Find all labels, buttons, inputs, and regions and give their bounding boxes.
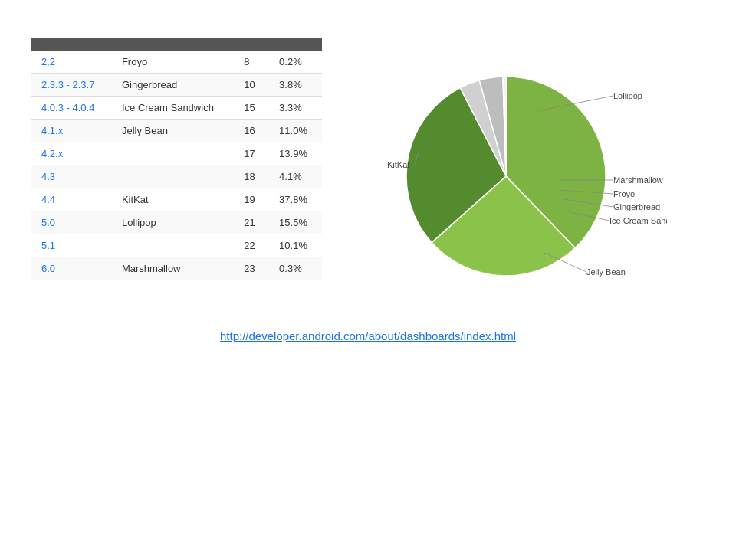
- page: 2.2 Froyo 8 0.2% 2.3.3 - 2.3.7 Gingerbre…: [0, 0, 736, 366]
- cell-api: 22: [233, 234, 268, 257]
- cell-version: 4.0.3 - 4.0.4: [31, 97, 111, 120]
- table-row: 4.4 KitKat 19 37.8%: [31, 188, 322, 211]
- cell-distribution: 37.8%: [268, 188, 322, 211]
- content-area: 2.2 Froyo 8 0.2% 2.3.3 - 2.3.7 Gingerbre…: [31, 38, 705, 306]
- table-row: 4.3 18 4.1%: [31, 165, 322, 188]
- table-row: 5.0 Lollipop 21 15.5%: [31, 211, 322, 234]
- chart-label-marshmallow: Marshmallow: [613, 175, 663, 185]
- cell-distribution: 3.8%: [268, 74, 322, 97]
- cell-version: 4.4: [31, 188, 111, 211]
- cell-api: 23: [233, 257, 268, 280]
- table-row: 4.2.x 17 13.9%: [31, 142, 322, 165]
- cell-distribution: 4.1%: [268, 165, 322, 188]
- cell-codename: [111, 142, 233, 165]
- table-row: 2.3.3 - 2.3.7 Gingerbread 10 3.8%: [31, 74, 322, 97]
- cell-version: 5.0: [31, 211, 111, 234]
- table-row: 5.1 22 10.1%: [31, 234, 322, 257]
- header-api: [233, 38, 268, 51]
- chart-label-ice-cream-sandwich: Ice Cream Sandwich: [610, 216, 667, 225]
- cell-codename: Jelly Bean: [111, 120, 233, 142]
- cell-distribution: 0.3%: [268, 257, 322, 280]
- table-row: 2.2 Froyo 8 0.2%: [31, 51, 322, 74]
- cell-distribution: 0.2%: [268, 51, 322, 74]
- header-distribution: [268, 38, 322, 51]
- cell-version: 6.0: [31, 257, 111, 280]
- cell-api: 8: [233, 51, 268, 74]
- cell-codename: Lollipop: [111, 211, 233, 234]
- cell-api: 10: [233, 74, 268, 97]
- cell-distribution: 10.1%: [268, 234, 322, 257]
- cell-api: 21: [233, 211, 268, 234]
- chart-container: LollipopMarshmallowFroyoGingerbreadIce C…: [337, 46, 705, 306]
- cell-api: 17: [233, 142, 268, 165]
- source-link[interactable]: http://developer.android.com/about/dashb…: [220, 329, 516, 342]
- chart-label-kitkat: KitKat: [387, 160, 409, 169]
- cell-codename: Marshmallow: [111, 257, 233, 280]
- table-row: 4.1.x Jelly Bean 16 11.0%: [31, 120, 322, 142]
- cell-codename: [111, 234, 233, 257]
- cell-codename: Gingerbread: [111, 74, 233, 97]
- header-codename: [111, 38, 233, 51]
- cell-codename: [111, 165, 233, 188]
- header-version: [31, 38, 111, 51]
- table-row: 6.0 Marshmallow 23 0.3%: [31, 257, 322, 280]
- cell-api: 16: [233, 120, 268, 142]
- chart-label-gingerbread: Gingerbread: [613, 202, 660, 211]
- footer-link-container: http://developer.android.com/about/dashb…: [31, 329, 705, 343]
- cell-version: 2.3.3 - 2.3.7: [31, 74, 111, 97]
- cell-distribution: 11.0%: [268, 120, 322, 142]
- chart-label-lollipop: Lollipop: [613, 91, 642, 100]
- android-versions-table: 2.2 Froyo 8 0.2% 2.3.3 - 2.3.7 Gingerbre…: [31, 38, 322, 280]
- cell-distribution: 15.5%: [268, 211, 322, 234]
- cell-api: 15: [233, 97, 268, 120]
- cell-version: 4.1.x: [31, 120, 111, 142]
- cell-version: 2.2: [31, 51, 111, 74]
- cell-api: 19: [233, 188, 268, 211]
- cell-distribution: 3.3%: [268, 97, 322, 120]
- cell-version: 4.2.x: [31, 142, 111, 165]
- chart-label-jelly-bean: Jelly Bean: [586, 267, 626, 277]
- cell-codename: Ice Cream Sandwich: [111, 97, 233, 120]
- table-row: 4.0.3 - 4.0.4 Ice Cream Sandwich 15 3.3%: [31, 97, 322, 120]
- chart-label-froyo: Froyo: [613, 189, 635, 198]
- cell-distribution: 13.9%: [268, 142, 322, 165]
- cell-codename: Froyo: [111, 51, 233, 74]
- cell-api: 18: [233, 165, 268, 188]
- table-header-row: [31, 38, 322, 51]
- cell-version: 4.3: [31, 165, 111, 188]
- cell-version: 5.1: [31, 234, 111, 257]
- cell-codename: KitKat: [111, 188, 233, 211]
- table-container: 2.2 Froyo 8 0.2% 2.3.3 - 2.3.7 Gingerbre…: [31, 38, 322, 280]
